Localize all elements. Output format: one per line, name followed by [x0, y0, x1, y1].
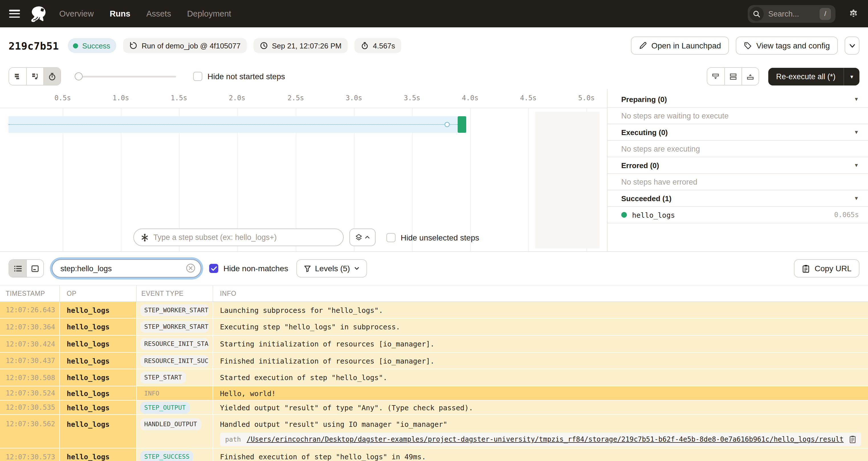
- log-event-type-cell: HANDLED_OUTPUT: [137, 415, 213, 448]
- copy-path-icon[interactable]: [849, 435, 856, 443]
- hamburger-menu-icon[interactable]: [9, 10, 20, 18]
- collapse-caret-icon[interactable]: ▼: [854, 162, 859, 168]
- nav-item-deployment[interactable]: Deployment: [187, 9, 231, 18]
- dagster-logo-icon[interactable]: [29, 4, 48, 23]
- panel-section-header[interactable]: Errored (0)▼: [608, 157, 868, 174]
- log-timestamp[interactable]: 12:07:30.524: [0, 386, 60, 400]
- log-list-view-button[interactable]: [9, 260, 26, 277]
- main-nav-links: OverviewRunsAssetsDeployment: [59, 9, 231, 18]
- log-row[interactable]: 12:07:30.364hello_logsSTEP_WORKER_STARTE…: [0, 318, 868, 336]
- chevron-down-icon: [849, 42, 855, 49]
- expand-top-panel-button[interactable]: [741, 68, 758, 85]
- log-timestamp[interactable]: 12:07:26.643: [0, 302, 60, 318]
- step-subset-input[interactable]: Type a step subset (ex: hello_logs+): [133, 228, 344, 246]
- zoom-slider-handle[interactable]: [75, 72, 83, 80]
- step-success-dot-icon: [621, 212, 627, 218]
- clear-filter-icon[interactable]: [186, 263, 195, 273]
- panel-section-header[interactable]: Succeeded (1)▼: [608, 190, 868, 207]
- reexecute-all-label: Re-execute all (*): [768, 67, 843, 85]
- graph-query-options-button[interactable]: [349, 228, 376, 246]
- panel-section-header[interactable]: Preparing (0)▼: [608, 89, 868, 108]
- log-row[interactable]: 12:07:30.573hello_logsSTEP_SUCCESSFinish…: [0, 449, 868, 461]
- panel-empty-text: No steps are executing: [621, 145, 700, 153]
- log-timestamp[interactable]: 12:07:30.562: [0, 415, 60, 448]
- gantt-waterfall-view-button[interactable]: [26, 68, 43, 85]
- log-row[interactable]: 12:07:30.424hello_logsRESOURCE_INIT_STAR…: [0, 336, 868, 353]
- log-event-type-cell: RESOURCE_INIT_STAR…: [137, 336, 213, 352]
- expand-bottom-panel-button[interactable]: [707, 68, 724, 85]
- reexecute-all-button[interactable]: Re-execute all (*) ▾: [768, 67, 860, 85]
- event-type-badge: STEP_SUCCESS: [140, 451, 193, 461]
- log-info: Handled output "result" using IO manager…: [213, 415, 868, 448]
- gantt-time-axis: 0.5s1.0s1.5s2.0s2.5s3.0s3.5s4.0s4.5s5.0s: [0, 89, 607, 108]
- log-row[interactable]: 12:07:26.643hello_logsSTEP_WORKER_STARTI…: [0, 302, 868, 318]
- log-timestamp[interactable]: 12:07:30.364: [0, 318, 60, 335]
- log-op-name: hello_logs: [60, 449, 137, 461]
- reexecute-dropdown-caret[interactable]: ▾: [843, 67, 860, 85]
- log-row[interactable]: 12:07:30.524hello_logsINFOHello, world!: [0, 386, 868, 401]
- hide-not-started-checkbox-row[interactable]: Hide not started steps: [193, 72, 285, 81]
- hide-non-matches-checkbox[interactable]: [209, 264, 218, 273]
- log-timestamp[interactable]: 12:07:30.437: [0, 353, 60, 369]
- event-type-badge: RESOURCE_INIT_STAR…: [140, 338, 209, 350]
- output-path-link[interactable]: /Users/erincochran/Desktop/dagster-examp…: [247, 435, 843, 443]
- axis-tick-label: 2.0s: [229, 94, 245, 102]
- log-event-type-cell: INFO: [137, 386, 213, 400]
- event-type-badge: HANDLED_OUTPUT: [140, 418, 201, 430]
- step-marker-circle[interactable]: [444, 122, 450, 127]
- global-search[interactable]: /: [748, 5, 836, 23]
- log-timestamp[interactable]: 12:07:30.573: [0, 449, 60, 461]
- log-structured-view-button[interactable]: [26, 260, 43, 277]
- start-time-pill: Sep 21, 12:07:26 PM: [254, 38, 348, 53]
- collapse-caret-icon[interactable]: ▼: [854, 129, 859, 135]
- duration-pill: 4.567s: [355, 38, 402, 53]
- search-input[interactable]: [768, 9, 819, 18]
- view-tags-config-button[interactable]: View tags and config: [736, 36, 838, 55]
- search-icon: [749, 6, 764, 21]
- log-row[interactable]: 12:07:30.535hello_logsSTEP_OUTPUTYielded…: [0, 401, 868, 415]
- panel-section-header[interactable]: Executing (0)▼: [608, 124, 868, 141]
- gantt-timed-view-button[interactable]: [43, 68, 60, 85]
- run-header: 219c7b51 Success Run of demo_job @ 4f105…: [0, 27, 868, 64]
- pane-down-icon: [711, 72, 720, 81]
- collapse-caret-icon[interactable]: ▼: [854, 96, 859, 102]
- open-in-launchpad-button[interactable]: Open in Launchpad: [631, 36, 729, 55]
- log-timestamp[interactable]: 12:07:30.424: [0, 336, 60, 352]
- run-of-pill[interactable]: Run of demo_job @ 4f105077: [123, 38, 247, 53]
- step-status-panel: Preparing (0)▼No steps are waiting to ex…: [607, 89, 868, 251]
- succeeded-step-row[interactable]: hello_logs0.065s: [608, 207, 868, 223]
- success-dot-icon: [73, 43, 79, 48]
- hide-non-matches-checkbox-row[interactable]: Hide non-matches: [209, 264, 288, 273]
- settings-gear-icon[interactable]: [848, 8, 859, 19]
- hide-unselected-checkbox-row[interactable]: Hide unselected steps: [386, 233, 479, 242]
- step-execution-bar[interactable]: [458, 116, 466, 133]
- gantt-zoom-slider[interactable]: [75, 72, 176, 80]
- log-op-name: hello_logs: [60, 318, 137, 335]
- log-row[interactable]: 12:07:30.562hello_logsHANDLED_OUTPUTHand…: [0, 415, 868, 449]
- collapse-caret-icon[interactable]: ▼: [854, 195, 859, 201]
- hide-unselected-label: Hide unselected steps: [401, 233, 479, 242]
- step-waiting-band[interactable]: [8, 116, 458, 133]
- history-icon: [130, 41, 137, 50]
- start-time-label: Sep 21, 12:07:26 PM: [272, 41, 341, 50]
- log-event-type-cell: STEP_OUTPUT: [137, 401, 213, 414]
- hide-not-started-checkbox[interactable]: [193, 72, 202, 81]
- split-panes-icon: [728, 72, 737, 81]
- nav-item-assets[interactable]: Assets: [146, 9, 171, 18]
- gantt-flat-view-button[interactable]: [9, 68, 26, 85]
- levels-filter-button[interactable]: Levels (5): [296, 259, 367, 278]
- log-filter-input[interactable]: [52, 259, 201, 278]
- hide-unselected-checkbox[interactable]: [386, 233, 396, 242]
- log-op-name: hello_logs: [60, 369, 137, 386]
- log-row[interactable]: 12:07:30.437hello_logsRESOURCE_INIT_SUCC…: [0, 353, 868, 369]
- nav-item-runs[interactable]: Runs: [110, 9, 130, 18]
- nav-item-overview[interactable]: Overview: [59, 9, 94, 18]
- log-timestamp[interactable]: 12:07:30.535: [0, 401, 60, 414]
- log-op-name: hello_logs: [60, 386, 137, 400]
- log-row[interactable]: 12:07:30.508hello_logsSTEP_STARTStarted …: [0, 369, 868, 386]
- run-more-actions-button[interactable]: [845, 36, 860, 55]
- copy-url-button[interactable]: Copy URL: [794, 259, 860, 278]
- log-event-type-cell: STEP_START: [137, 369, 213, 386]
- log-timestamp[interactable]: 12:07:30.508: [0, 369, 60, 386]
- split-panels-button[interactable]: [724, 68, 741, 85]
